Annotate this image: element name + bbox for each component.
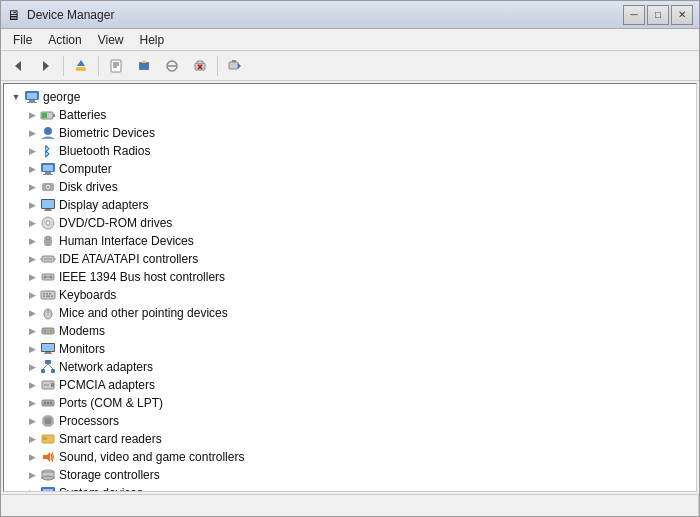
svg-rect-36 [42, 200, 54, 208]
svg-rect-4 [111, 60, 121, 72]
expand-icon-sound[interactable]: ▶ [24, 449, 40, 465]
keyboard-icon [40, 287, 56, 303]
ports-icon [40, 395, 56, 411]
tree-item-network[interactable]: ▶ Network adapters [4, 358, 696, 376]
svg-rect-55 [46, 293, 48, 295]
svg-rect-70 [44, 353, 52, 354]
tree-item-bluetooth[interactable]: ▶ ᛒ Bluetooth Radios [4, 142, 696, 160]
svg-rect-72 [41, 369, 45, 373]
uninstall-button[interactable] [187, 54, 213, 78]
expand-icon-disk[interactable]: ▶ [24, 179, 40, 195]
label-bluetooth: Bluetooth Radios [59, 142, 150, 160]
tree-item-dvd[interactable]: ▶ DVD/CD-ROM drives [4, 214, 696, 232]
tree-item-pcmcia[interactable]: ▶ PCMCIA adapters [4, 376, 696, 394]
svg-rect-17 [232, 60, 236, 62]
forward-button[interactable] [33, 54, 59, 78]
hid-icon [40, 233, 56, 249]
svg-rect-59 [51, 296, 53, 298]
tree-item-disk[interactable]: ▶ Disk drives [4, 178, 696, 196]
device-tree[interactable]: ▼ george ▶ [3, 83, 697, 492]
app-icon: 🖥 [7, 7, 21, 23]
svg-rect-22 [27, 102, 37, 103]
label-ide: IDE ATA/ATAPI controllers [59, 250, 198, 268]
svg-point-64 [44, 330, 46, 332]
expand-icon-storage[interactable]: ▶ [24, 467, 40, 483]
menu-file[interactable]: File [5, 31, 40, 49]
tree-item-hid[interactable]: ▶ Human Interface Devices [4, 232, 696, 250]
expand-icon-bluetooth[interactable]: ▶ [24, 143, 40, 159]
label-monitors: Monitors [59, 340, 105, 358]
expand-icon-ide[interactable]: ▶ [24, 251, 40, 267]
tree-item-root[interactable]: ▼ george [4, 88, 696, 106]
svg-rect-84 [45, 418, 51, 424]
tree-item-keyboards[interactable]: ▶ Keyboards [4, 286, 696, 304]
ide-icon [40, 251, 56, 267]
expand-icon-dvd[interactable]: ▶ [24, 215, 40, 231]
expand-icon-modems[interactable]: ▶ [24, 323, 40, 339]
svg-point-66 [50, 330, 52, 332]
expand-icon-ports[interactable]: ▶ [24, 395, 40, 411]
menu-help[interactable]: Help [132, 31, 173, 49]
properties-button[interactable] [103, 54, 129, 78]
update-driver-button[interactable] [131, 54, 157, 78]
title-buttons: ─ □ ✕ [623, 5, 693, 25]
tree-item-ieee[interactable]: ▶ IEEE 1394 Bus host controllers [4, 268, 696, 286]
dvd-icon [40, 215, 56, 231]
expand-icon-keyboards[interactable]: ▶ [24, 287, 40, 303]
expand-icon-display[interactable]: ▶ [24, 197, 40, 213]
maximize-button[interactable]: □ [647, 5, 669, 25]
back-button[interactable] [5, 54, 31, 78]
tree-item-ide[interactable]: ▶ IDE ATA/ATAPI controllers [4, 250, 696, 268]
menu-action[interactable]: Action [40, 31, 89, 49]
expand-icon-biometric[interactable]: ▶ [24, 125, 40, 141]
close-button[interactable]: ✕ [671, 5, 693, 25]
tree-item-modems[interactable]: ▶ Modems [4, 322, 696, 340]
disable-button[interactable] [159, 54, 185, 78]
svg-rect-21 [29, 100, 35, 102]
expand-icon-ieee[interactable]: ▶ [24, 269, 40, 285]
label-pcmcia: PCMCIA adapters [59, 376, 155, 394]
tree-item-mice[interactable]: ▶ Mice and other pointing devices [4, 304, 696, 322]
svg-point-81 [47, 402, 49, 404]
expand-icon-computer[interactable]: ▶ [24, 161, 40, 177]
menu-view[interactable]: View [90, 31, 132, 49]
svg-marker-1 [43, 61, 49, 71]
expand-icon-network[interactable]: ▶ [24, 359, 40, 375]
tree-item-batteries[interactable]: ▶ Batteries [4, 106, 696, 124]
tree-item-processors[interactable]: ▶ [4, 412, 696, 430]
up-level-button[interactable] [68, 54, 94, 78]
tree-item-computer[interactable]: ▶ Computer [4, 160, 696, 178]
svg-rect-73 [51, 369, 55, 373]
label-keyboards: Keyboards [59, 286, 116, 304]
tree-item-sound[interactable]: ▶ Sound, video and game controllers [4, 448, 696, 466]
expand-icon-system[interactable]: ▶ [24, 485, 40, 492]
expand-icon-batteries[interactable]: ▶ [24, 107, 40, 123]
tree-item-display[interactable]: ▶ Display adapters [4, 196, 696, 214]
svg-point-44 [47, 237, 50, 240]
label-display: Display adapters [59, 196, 148, 214]
svg-rect-29 [43, 165, 53, 171]
tree-item-smartcard[interactable]: ▶ Smart card readers [4, 430, 696, 448]
svg-point-34 [47, 186, 49, 188]
tree-item-system[interactable]: ▶ System devices [4, 484, 696, 492]
tree-item-storage[interactable]: ▶ Storage controllers [4, 466, 696, 484]
expand-icon-mice[interactable]: ▶ [24, 305, 40, 321]
svg-rect-30 [45, 172, 51, 174]
label-processors: Processors [59, 412, 119, 430]
collapse-icon[interactable]: ▼ [8, 89, 24, 105]
expand-icon-processors[interactable]: ▶ [24, 413, 40, 429]
expand-icon-pcmcia[interactable]: ▶ [24, 377, 40, 393]
tree-item-monitors[interactable]: ▶ Monitors [4, 340, 696, 358]
svg-marker-18 [238, 63, 241, 69]
minimize-button[interactable]: ─ [623, 5, 645, 25]
svg-point-26 [44, 127, 52, 135]
label-modems: Modems [59, 322, 105, 340]
scan-hardware-button[interactable] [222, 54, 248, 78]
tree-item-ports[interactable]: ▶ Ports (COM & LPT) [4, 394, 696, 412]
expand-icon-smartcard[interactable]: ▶ [24, 431, 40, 447]
label-computer: Computer [59, 160, 112, 178]
expand-icon-hid[interactable]: ▶ [24, 233, 40, 249]
svg-rect-8 [139, 62, 149, 70]
expand-icon-monitors[interactable]: ▶ [24, 341, 40, 357]
tree-item-biometric[interactable]: ▶ Biometric Devices [4, 124, 696, 142]
